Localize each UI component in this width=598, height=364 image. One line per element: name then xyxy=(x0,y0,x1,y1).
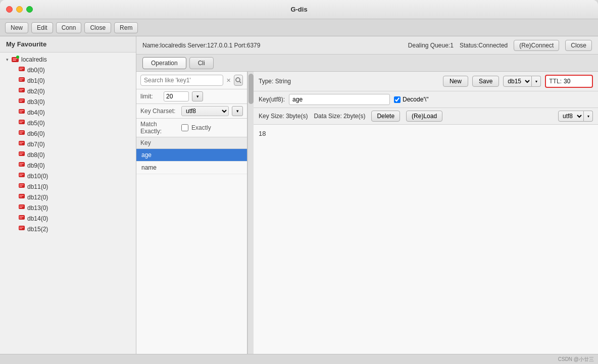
delete-button[interactable]: Delete xyxy=(371,111,400,122)
close-window-button[interactable] xyxy=(6,6,13,13)
sidebar-header: My Favourite xyxy=(0,36,136,53)
limit-dropdown-button[interactable]: ▾ xyxy=(192,91,203,101)
encoding-select[interactable]: utf8 xyxy=(558,111,584,122)
new-key-button[interactable]: New xyxy=(443,76,468,87)
sidebar-item-db130[interactable]: db13(0) xyxy=(0,202,136,213)
svg-rect-6 xyxy=(19,69,22,70)
sidebar-item-db152[interactable]: db15(2) xyxy=(0,224,136,234)
svg-rect-42 xyxy=(19,196,22,197)
svg-rect-51 xyxy=(19,228,22,229)
search-button[interactable] xyxy=(234,75,243,86)
encoding-dropdown-button[interactable]: ▾ xyxy=(584,111,593,122)
cube-icon-15 xyxy=(18,225,25,233)
minimize-window-button[interactable] xyxy=(16,6,23,13)
svg-rect-8 xyxy=(19,78,24,79)
ttl-input[interactable] xyxy=(564,77,589,86)
svg-point-3 xyxy=(16,56,19,59)
sidebar-item-db00[interactable]: db0(0) xyxy=(0,65,136,75)
maximize-window-button[interactable] xyxy=(26,6,33,13)
scrollbar-thumb[interactable] xyxy=(248,74,254,104)
svg-rect-37 xyxy=(19,183,25,188)
cube-icon-11 xyxy=(18,182,25,191)
sidebar-db-label-3: db3(0) xyxy=(27,98,45,106)
reconnect-button[interactable]: (Re)Connect xyxy=(514,40,559,51)
sidebar-item-db50[interactable]: db5(0) xyxy=(0,118,136,128)
new-button[interactable]: New xyxy=(5,22,28,33)
reload-button[interactable]: (Re)Load xyxy=(406,111,442,122)
sidebar-db-label-0: db0(0) xyxy=(27,67,45,74)
svg-rect-45 xyxy=(19,207,22,208)
sidebar-item-db120[interactable]: db12(0) xyxy=(0,192,136,202)
svg-rect-9 xyxy=(19,80,22,81)
svg-rect-33 xyxy=(19,165,22,166)
sidebar-item-localredis[interactable]: ▾ localredis xyxy=(0,55,136,65)
sidebar-item-db60[interactable]: db6(0) xyxy=(0,128,136,139)
decode-checkbox[interactable] xyxy=(394,96,401,103)
svg-line-53 xyxy=(239,82,241,83)
svg-rect-12 xyxy=(19,90,22,91)
svg-rect-43 xyxy=(19,204,25,209)
conn-button[interactable]: Conn xyxy=(56,22,82,33)
limit-input[interactable] xyxy=(164,91,189,101)
main-content: My Favourite ▾ localredis xyxy=(0,36,598,354)
svg-rect-13 xyxy=(19,98,25,103)
svg-rect-47 xyxy=(19,216,24,217)
tab-operation[interactable]: Operation xyxy=(142,57,186,69)
sidebar-db-label-4: db4(0) xyxy=(27,109,45,116)
sidebar-item-db100[interactable]: db10(0) xyxy=(0,171,136,181)
svg-rect-29 xyxy=(19,152,24,153)
svg-rect-23 xyxy=(19,131,24,132)
tab-cli[interactable]: Cli xyxy=(189,57,214,69)
close-conn-button[interactable]: Close xyxy=(565,40,592,51)
sidebar-item-db10[interactable]: db1(0) xyxy=(0,75,136,86)
rem-button[interactable]: Rem xyxy=(114,22,138,33)
cube-icon-10 xyxy=(18,172,25,180)
traffic-lights xyxy=(6,6,33,13)
sidebar-item-db20[interactable]: db2(0) xyxy=(0,86,136,96)
sidebar-db-label-2: db2(0) xyxy=(27,88,45,95)
key-size-label: Key Size: 3byte(s) xyxy=(259,113,308,120)
sidebar-tree[interactable]: ▾ localredis xyxy=(0,53,136,354)
key-column-header: Key xyxy=(140,139,151,146)
sidebar-db-label-15: db15(2) xyxy=(27,226,48,233)
cube-icon-5 xyxy=(18,119,25,127)
sidebar-item-db30[interactable]: db3(0) xyxy=(0,96,136,107)
svg-rect-21 xyxy=(19,122,22,123)
scrollbar-track[interactable] xyxy=(247,72,254,354)
db-select[interactable]: db15 xyxy=(503,76,532,87)
close-button[interactable]: Close xyxy=(84,22,111,33)
cube-icon-13 xyxy=(18,203,25,212)
search-icon xyxy=(235,77,241,83)
save-key-button[interactable]: Save xyxy=(472,76,499,87)
sidebar-db-label-1: db1(0) xyxy=(27,77,45,84)
svg-rect-25 xyxy=(19,141,25,145)
match-exactly-checkbox[interactable] xyxy=(181,124,188,131)
sidebar-item-db90[interactable]: db9(0) xyxy=(0,160,136,171)
svg-rect-38 xyxy=(19,184,24,185)
sidebar-item-db40[interactable]: db4(0) xyxy=(0,107,136,118)
sidebar-item-db80[interactable]: db8(0) xyxy=(0,149,136,160)
sidebar-item-db110[interactable]: db11(0) xyxy=(0,181,136,192)
sidebar-db-label-8: db8(0) xyxy=(27,151,45,159)
db-dropdown-button[interactable]: ▾ xyxy=(532,76,541,87)
svg-rect-26 xyxy=(19,142,24,143)
key-item-name[interactable]: name xyxy=(136,162,247,174)
search-input[interactable] xyxy=(140,75,223,86)
sidebar-db-label-10: db10(0) xyxy=(27,173,48,180)
sidebar-item-db140[interactable]: db14(0) xyxy=(0,213,136,224)
decode-label: Decode'\'' xyxy=(403,96,429,103)
svg-rect-48 xyxy=(19,218,22,219)
clear-search-icon[interactable]: ✕ xyxy=(225,76,232,84)
charset-select[interactable]: utf8 xyxy=(181,106,229,116)
key-field-input[interactable] xyxy=(289,94,390,105)
key-item-age[interactable]: age xyxy=(136,149,247,162)
edit-button[interactable]: Edit xyxy=(31,22,53,33)
sidebar-item-localredis-label: localredis xyxy=(21,56,47,63)
window-title: G-dis xyxy=(290,6,307,13)
charset-dropdown[interactable]: ▾ xyxy=(232,106,243,116)
sidebar-item-db70[interactable]: db7(0) xyxy=(0,139,136,149)
decode-check: Decode'\'' xyxy=(394,96,429,103)
svg-rect-7 xyxy=(19,77,25,82)
svg-rect-34 xyxy=(19,173,25,177)
right-panel: Name:localredis Server:127.0.0.1 Port:63… xyxy=(136,36,598,354)
